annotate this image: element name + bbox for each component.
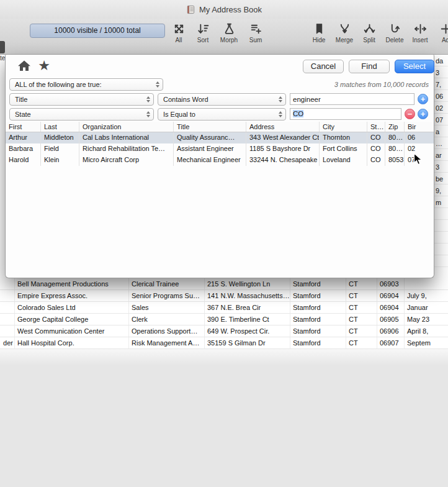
- cell-organization: George Capital College: [15, 314, 129, 325]
- toolbar-button-sum[interactable]: Sum: [243, 22, 269, 50]
- cell-first: Arthur: [6, 132, 41, 143]
- cell-birthday: [405, 278, 448, 289]
- cell-zip: 80…: [385, 143, 405, 155]
- cell-organization: Richard Rehabilitation Te…: [79, 143, 174, 155]
- results-table: First Last Organization Title Address Ci…: [6, 122, 434, 166]
- result-row[interactable]: Barbara Field Richard Rehabilitation Te……: [6, 143, 434, 155]
- result-row-selected[interactable]: Arthur Middleton Cal Labs International …: [6, 132, 434, 143]
- window-title: My Address Book: [199, 5, 262, 14]
- table-row[interactable]: George Capital College Clerk 390 E. Timb…: [0, 314, 448, 325]
- insert-arrows-icon: [413, 22, 428, 36]
- column-header[interactable]: Bir: [405, 122, 434, 132]
- titlebar[interactable]: My Address Book: [0, 0, 448, 19]
- cell-birthday: Januar: [405, 302, 448, 313]
- cell-state: CT: [346, 325, 377, 337]
- toolbar-label: Insert: [412, 37, 428, 43]
- cell-last: Klein: [41, 155, 79, 166]
- result-row[interactable]: Harold Klein Micro Aircraft Corp Mechani…: [6, 155, 434, 166]
- cell-organization: Empire Express Assoc.: [15, 290, 129, 301]
- cell-city: Stamford: [290, 290, 346, 301]
- remove-condition-button[interactable]: −: [405, 109, 415, 119]
- cell-title: Quality Assuranc…: [174, 132, 246, 143]
- toolbar-button-sort[interactable]: Sort: [190, 22, 216, 50]
- clipped-text: 06: [436, 93, 443, 100]
- popup-chevrons-icon: [146, 96, 150, 102]
- cell-city: Thornton: [320, 132, 367, 143]
- table-row[interactable]: der Hall Hospital Corp. Risk Management …: [0, 337, 448, 349]
- clipped-text: 7,: [436, 81, 441, 88]
- address-book-icon: [186, 5, 195, 14]
- column-header[interactable]: Title: [174, 122, 246, 132]
- cell-name-fragment: [0, 302, 15, 313]
- desktop-background: [0, 349, 448, 487]
- toolbar-button-split[interactable]: Split: [356, 22, 382, 50]
- toolbar-label: Sum: [249, 37, 262, 43]
- cell-birthday: May 23: [405, 314, 448, 325]
- toolbar-button-all[interactable]: All: [166, 22, 192, 50]
- cell-zip: 06903: [377, 278, 405, 289]
- table-row[interactable]: Colorado Sales Ltd Sales 367 N.E. Brea C…: [0, 302, 448, 314]
- column-header[interactable]: Last: [41, 122, 79, 132]
- cell-state: CT: [346, 278, 377, 289]
- field-popup[interactable]: State: [9, 108, 154, 121]
- column-header[interactable]: St…: [367, 122, 385, 132]
- column-header[interactable]: Zip: [385, 122, 405, 132]
- column-header[interactable]: First: [6, 122, 41, 132]
- clipped-text: …: [436, 140, 442, 147]
- clipped-text: a: [436, 128, 439, 135]
- results-header-row: First Last Organization Title Address Ci…: [6, 122, 434, 132]
- match-rule-popup[interactable]: ALL of the following are true:: [9, 78, 163, 91]
- cell-zip: 80…: [385, 132, 405, 143]
- favorites-button[interactable]: ★: [37, 59, 52, 73]
- cell-title: Clerical Trainee: [129, 278, 205, 289]
- cell-birthday: Septem: [405, 337, 448, 348]
- home-button[interactable]: [17, 59, 32, 73]
- toolbar-button-delete[interactable]: Delete: [382, 22, 408, 50]
- cell-address: 367 N.E. Brea Cir: [205, 302, 290, 313]
- toolbar-label: Sort: [197, 37, 208, 43]
- cell-birthday: 06: [405, 132, 434, 143]
- toolbar-button-merge[interactable]: Merge: [331, 22, 357, 50]
- find-button[interactable]: Find: [349, 60, 390, 73]
- table-row[interactable]: Empire Express Assoc. Senior Programs Su…: [0, 290, 448, 302]
- add-condition-button[interactable]: +: [418, 109, 428, 119]
- clipped-text: be: [436, 175, 443, 183]
- column-header[interactable]: Address: [246, 122, 320, 132]
- cell-state: CT: [346, 337, 377, 348]
- bookmark-icon: [312, 22, 326, 36]
- toolbar-button-insert[interactable]: Insert: [407, 22, 433, 50]
- main-table: Bell Management Productions Clerical Tra…: [0, 278, 448, 349]
- toolbar-label: Merge: [336, 37, 353, 43]
- clipped-text: 3: [436, 163, 439, 171]
- cell-state: CT: [346, 314, 377, 325]
- column-header[interactable]: City: [320, 122, 367, 132]
- popup-chevrons-icon: [146, 111, 150, 117]
- column-header[interactable]: Organization: [79, 122, 174, 132]
- toolbar-button-add[interactable]: Ad: [432, 22, 448, 50]
- operator-popup-label: Is Equal to: [163, 111, 195, 118]
- record-count-badge[interactable]: 10000 visible / 10000 total: [30, 24, 165, 38]
- table-row[interactable]: West Communication Center Operations Sup…: [0, 325, 448, 337]
- field-popup[interactable]: Title: [9, 93, 154, 106]
- toolbar-button-hide[interactable]: Hide: [306, 22, 332, 50]
- condition-value-input[interactable]: [290, 93, 414, 105]
- clipped-toolbar-icon[interactable]: [0, 41, 5, 53]
- toolbar-button-morph[interactable]: Morph: [216, 22, 242, 50]
- cell-address: 649 W. Prospect Cir.: [205, 325, 290, 337]
- add-condition-button[interactable]: +: [418, 94, 428, 104]
- match-rule-label: ALL of the following are true:: [15, 81, 102, 88]
- table-row[interactable]: Bell Management Productions Clerical Tra…: [0, 278, 448, 290]
- cell-address: 35159 S Gilman Dr: [205, 337, 290, 348]
- operator-popup[interactable]: Contains Word: [158, 93, 286, 106]
- operator-popup[interactable]: Is Equal to: [158, 108, 286, 121]
- popup-chevrons-icon: [279, 96, 282, 102]
- select-button[interactable]: Select: [395, 60, 434, 73]
- cell-zip: 06906: [377, 325, 405, 337]
- cell-name-fragment: der: [0, 337, 15, 348]
- mouse-cursor: [413, 153, 423, 166]
- cancel-button[interactable]: Cancel: [303, 60, 344, 73]
- condition-value-input[interactable]: CO: [290, 108, 401, 120]
- toolbar-label: Delete: [386, 37, 404, 43]
- split-arrows-icon: [362, 22, 377, 36]
- cell-state: CT: [346, 290, 377, 301]
